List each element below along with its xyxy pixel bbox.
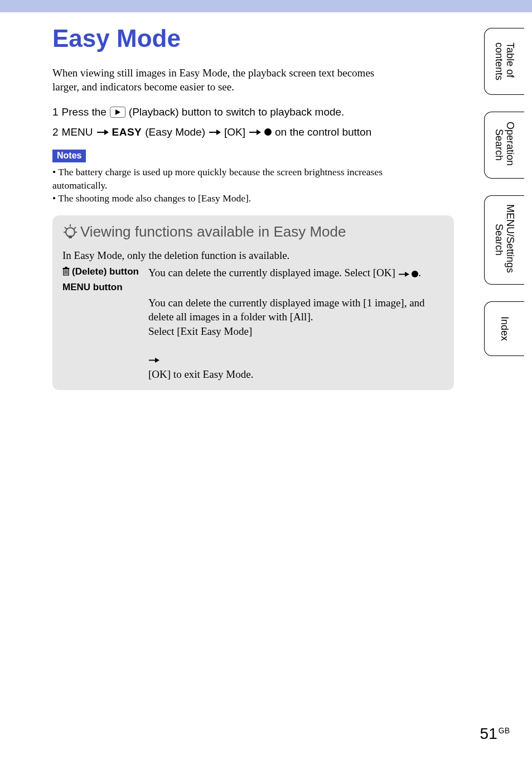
svg-marker-0 (115, 109, 120, 115)
trash-icon (62, 266, 70, 278)
tip-intro: In Easy Mode, only the deletion function… (62, 248, 444, 263)
tip-label-text: (Delete) button (72, 266, 139, 278)
steps-list: 1 Press the (Playback) button to switch … (52, 104, 402, 141)
hint-icon (62, 223, 78, 240)
step-1: 1 Press the (Playback) button to switch … (52, 104, 402, 121)
arrow-right-icon (398, 267, 409, 281)
note-item: The battery charge is used up more quick… (52, 166, 402, 192)
svg-line-11 (74, 227, 76, 229)
center-button-icon (264, 128, 272, 136)
notes-list: The battery charge is used up more quick… (52, 166, 402, 205)
page-title: Easy Mode (52, 25, 402, 52)
step-text: MENU (62, 124, 93, 141)
svg-marker-2 (104, 129, 109, 135)
tab-index[interactable]: Index (484, 301, 524, 356)
arrow-right-icon (96, 124, 109, 141)
notes-heading: Notes (52, 150, 86, 162)
svg-rect-19 (65, 267, 67, 268)
svg-point-7 (66, 228, 75, 237)
page-number: 51 (480, 725, 497, 743)
step-text: Press the (62, 104, 107, 121)
step-text: (Playback) button to switch to playback … (129, 104, 345, 121)
svg-marker-21 (405, 272, 409, 277)
svg-marker-23 (155, 358, 159, 363)
tab-menu-settings-search[interactable]: MENU/Settings Search (484, 195, 524, 285)
tip-title: Viewing functions available in Easy Mode (80, 223, 346, 241)
tip-label: (Delete) button (62, 266, 141, 281)
step-text: on the control button (275, 124, 371, 141)
arrow-right-icon (148, 338, 159, 367)
tip-description: You can delete the currently displayed i… (148, 266, 444, 281)
svg-marker-4 (216, 129, 221, 135)
page-language: GB (499, 726, 510, 735)
tip-row-menu: MENU button You can delete the currently… (62, 281, 444, 381)
page-footer: 51 GB (480, 725, 510, 743)
step-text: (Easy Mode) (145, 124, 205, 141)
arrow-right-icon (249, 124, 261, 141)
playback-icon (110, 107, 125, 118)
note-item: The shooting mode also changes to [Easy … (52, 192, 402, 205)
svg-line-10 (65, 227, 66, 229)
tip-label: MENU button (62, 281, 141, 381)
step-2: 2 MENU EASY (Easy Mode) [OK] on the cont… (52, 124, 402, 141)
step-text: [OK] (224, 124, 245, 141)
svg-rect-8 (69, 236, 72, 238)
intro-paragraph: When viewing still images in Easy Mode, … (52, 66, 402, 94)
svg-rect-18 (63, 268, 70, 269)
tip-panel: Viewing functions available in Easy Mode… (52, 215, 454, 391)
tip-label-text: MENU button (62, 281, 123, 294)
tip-row-delete: (Delete) button You can delete the curre… (62, 266, 444, 281)
easy-mode-icon-label: EASY (112, 124, 142, 141)
tab-operation-search[interactable]: Operation Search (484, 112, 524, 179)
tip-description: You can delete the currently displayed i… (148, 281, 444, 381)
svg-marker-6 (257, 129, 261, 135)
step-number: 1 (52, 104, 59, 121)
tab-table-of-contents[interactable]: Table of contents (484, 28, 524, 95)
side-navigation-tabs: Table of contents Operation Search MENU/… (484, 28, 524, 356)
center-button-icon (412, 271, 418, 277)
arrow-right-icon (209, 124, 221, 141)
step-number: 2 (52, 124, 59, 141)
